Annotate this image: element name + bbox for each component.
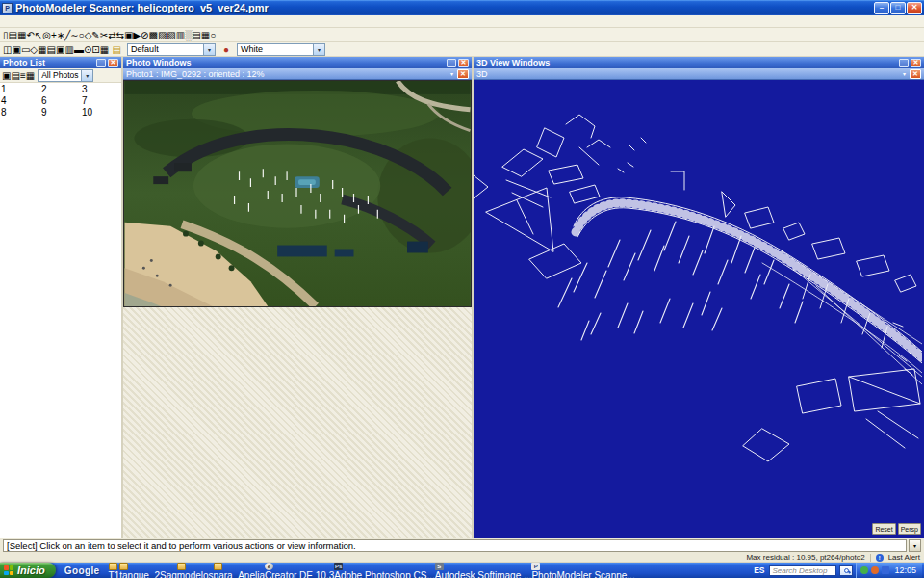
- perspective-toggle-button[interactable]: Persp: [898, 523, 921, 535]
- toolbar-button[interactable]: ⇆: [116, 30, 124, 40]
- chevron-down-icon[interactable]: ▾: [203, 44, 215, 55]
- windows-logo-icon: [4, 565, 13, 575]
- toolbar-button[interactable]: ▤: [9, 30, 17, 40]
- chevron-down-icon[interactable]: ▾: [447, 70, 457, 77]
- close-pane-icon[interactable]: ✕: [911, 59, 921, 67]
- toolbar-button[interactable]: ▤: [192, 30, 200, 40]
- search-button[interactable]: [839, 565, 853, 576]
- toolbar-button[interactable]: ◇: [30, 44, 38, 55]
- task-button[interactable]: tanque_2Sag: [119, 563, 177, 578]
- view3d-window-titlebar[interactable]: 3D ▾ ✕: [474, 68, 924, 80]
- toolbar-button[interactable]: ▦: [38, 44, 46, 55]
- toolbar-button[interactable]: ▨: [158, 30, 167, 40]
- status-dropdown-icon[interactable]: ▾: [909, 539, 921, 552]
- toolbar-button[interactable]: ⊙: [84, 44, 91, 55]
- close-3d-icon[interactable]: ✕: [910, 69, 921, 79]
- task-button[interactable]: e Creator DE 10.3: [265, 563, 334, 578]
- toolbar-button[interactable]: ▤: [47, 44, 56, 55]
- toolbar-button[interactable]: ⊡: [91, 44, 99, 55]
- toolbar-button[interactable]: ⇄: [108, 30, 116, 40]
- layer-combobox[interactable]: Default ▾: [127, 43, 216, 56]
- toolbar-button[interactable]: ▦: [17, 30, 26, 40]
- photo-thumbnail[interactable]: 6: [41, 95, 81, 106]
- task-button[interactable]: S Autodesk Softimage ...: [435, 563, 532, 578]
- photo-thumbnail[interactable]: 10: [82, 107, 121, 118]
- toolbar-button[interactable]: ✎: [91, 30, 99, 40]
- toolbar-button[interactable]: ▭: [21, 44, 30, 55]
- close-button[interactable]: ✕: [907, 2, 922, 14]
- toolbar-button[interactable]: ▦: [26, 70, 35, 81]
- close-pane-icon[interactable]: ✕: [458, 59, 469, 67]
- photo-filter-combobox[interactable]: All Photos ▾: [38, 69, 93, 82]
- toolbar-button[interactable]: ▣: [12, 44, 20, 55]
- photo-canvas-area[interactable]: [123, 80, 472, 538]
- photo-thumbnail[interactable]: 9: [41, 107, 81, 118]
- chevron-down-icon[interactable]: ▾: [899, 70, 910, 77]
- tray-icon-green[interactable]: [860, 566, 868, 574]
- chevron-down-icon[interactable]: ▾: [313, 44, 324, 55]
- last-alert-label[interactable]: Last Alert: [888, 553, 920, 562]
- google-toolbar[interactable]: Google: [56, 563, 109, 578]
- palette-icon[interactable]: ●: [218, 42, 234, 56]
- close-photo-icon[interactable]: ✕: [457, 69, 469, 79]
- toolbar-button[interactable]: ▩: [148, 30, 157, 40]
- toolbar-button[interactable]: ▤: [11, 70, 19, 81]
- float-pane-icon[interactable]: [447, 59, 456, 67]
- toolbar-button[interactable]: ◫: [3, 44, 12, 55]
- chevron-down-icon[interactable]: ▾: [81, 70, 92, 81]
- toolbar-button[interactable]: ◇: [85, 30, 92, 40]
- alert-icon[interactable]: !: [876, 554, 884, 562]
- toolbar-icon: ⇄: [108, 30, 116, 40]
- desktop-search-input[interactable]: [769, 565, 836, 576]
- reset-view-button[interactable]: Reset: [872, 523, 895, 535]
- minimize-button[interactable]: –: [874, 2, 889, 14]
- tray-icon-blue[interactable]: [882, 566, 889, 574]
- toolbar-button[interactable]: ░: [185, 30, 192, 40]
- toolbar-button[interactable]: ▥: [64, 44, 73, 55]
- close-pane-icon[interactable]: ✕: [108, 59, 118, 67]
- task-button[interactable]: P PhotoModeler Scanne...: [531, 563, 634, 578]
- toolbar-button[interactable]: ⊘: [141, 30, 148, 40]
- clock[interactable]: 12:05: [892, 565, 918, 575]
- photo-thumbnail[interactable]: 3: [82, 84, 121, 94]
- toolbar-icon: ▶: [133, 30, 141, 40]
- view3d-nav-controls: Reset Persp: [826, 523, 921, 535]
- color-combobox[interactable]: White ▾: [237, 43, 325, 56]
- toolbar-button[interactable]: ✂: [100, 30, 108, 40]
- toolbar-button[interactable]: ↶: [26, 30, 34, 40]
- toolbar-button[interactable]: ▣: [2, 70, 11, 81]
- photo-thumbnail[interactable]: 7: [82, 95, 121, 106]
- aerial-photo[interactable]: [123, 80, 472, 307]
- toolbar-button[interactable]: ▥: [176, 30, 185, 40]
- toolbar-icon: ⊘: [141, 30, 148, 40]
- toolbar-button[interactable]: ∗: [57, 30, 64, 40]
- task-button[interactable]: modelos: [177, 563, 214, 578]
- toolbar-button[interactable]: ▧: [167, 30, 175, 40]
- float-pane-icon[interactable]: [96, 59, 106, 67]
- start-button[interactable]: Inicio: [0, 563, 56, 578]
- toolbar-button[interactable]: ◎: [42, 30, 51, 40]
- photo-thumbnail[interactable]: 4: [1, 95, 40, 106]
- task-button[interactable]: para_Anelia: [214, 563, 265, 578]
- toolbar-button[interactable]: ↖: [35, 30, 42, 40]
- view3d-canvas[interactable]: Reset Persp: [474, 80, 924, 538]
- toolbar-button[interactable]: ▣: [124, 30, 133, 40]
- float-pane-icon[interactable]: [899, 59, 909, 67]
- photo-thumbnail[interactable]: 2: [41, 84, 81, 94]
- photo1-window-titlebar[interactable]: Photo1 : IMG_0292 : oriented : 12% ▾ ✕: [123, 68, 472, 80]
- toolbar-button[interactable]: ▦: [100, 44, 109, 55]
- restore-button[interactable]: □: [890, 2, 906, 14]
- tray-icon-orange[interactable]: [871, 566, 879, 574]
- toolbar-button[interactable]: ○: [210, 30, 216, 40]
- toolbar-button[interactable]: ▦: [201, 30, 210, 40]
- language-indicator[interactable]: ES: [752, 565, 766, 575]
- task-button[interactable]: Ps Adobe Photoshop CS...: [334, 563, 435, 578]
- task-button[interactable]: T1: [109, 563, 120, 578]
- photo-thumbnail[interactable]: 8: [1, 107, 40, 118]
- toolbar-button[interactable]: ▬: [74, 44, 84, 55]
- photo-thumbnail[interactable]: 1: [1, 84, 40, 94]
- layer-folder-icon[interactable]: ▤: [109, 42, 124, 56]
- toolbar-button[interactable]: ∼: [70, 30, 78, 40]
- toolbar-button[interactable]: ▣: [56, 44, 64, 55]
- toolbar-button[interactable]: ▶: [133, 30, 141, 40]
